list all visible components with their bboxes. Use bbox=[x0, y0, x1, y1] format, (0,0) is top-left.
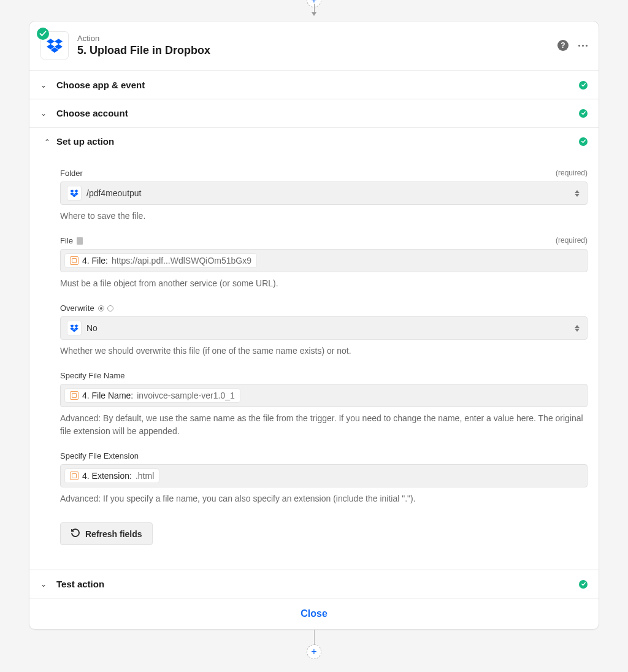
field-help: Advanced: If you specify a file name, yo… bbox=[60, 492, 588, 505]
mapped-field-pill[interactable]: 4. File Name: invoivce-sample-ver1.0_1 bbox=[64, 388, 240, 403]
field-folder: Folder (required) /pdf4meoutput Where to… bbox=[60, 169, 588, 223]
field-label: Overwrite bbox=[60, 304, 94, 313]
field-help: Where to save the file. bbox=[60, 210, 588, 223]
help-icon[interactable]: ? bbox=[557, 40, 569, 51]
field-label: Specify File Extension bbox=[60, 451, 139, 460]
field-specify-file-name: Specify File Name 4. File Name: invoivce… bbox=[60, 371, 588, 438]
step-type-label: Action bbox=[77, 34, 557, 43]
field-overwrite: Overwrite No Whether we should overwrite… bbox=[60, 304, 588, 357]
overwrite-value: No bbox=[86, 323, 98, 333]
section-test-action[interactable]: ⌄ Test action bbox=[29, 570, 599, 598]
file-input[interactable]: 4. File: https://api.pdf...WdlSWQiOm51bG… bbox=[60, 249, 588, 272]
dropbox-mini-icon bbox=[67, 186, 82, 200]
chevron-down-icon: ⌄ bbox=[40, 109, 50, 118]
section-setup-action[interactable]: ⌄ Set up action bbox=[29, 127, 599, 155]
mapped-field-pill[interactable]: 4. File: https://api.pdf...WdlSWQiOm51bG… bbox=[64, 253, 257, 268]
status-complete-icon bbox=[579, 109, 588, 118]
status-complete-icon bbox=[579, 137, 588, 146]
field-specify-file-ext: Specify File Extension 4. Extension: .ht… bbox=[60, 451, 588, 505]
required-label: (required) bbox=[556, 169, 588, 178]
folder-select[interactable]: /pdf4meoutput bbox=[60, 181, 588, 205]
folder-value: /pdf4meoutput bbox=[86, 188, 142, 198]
chevron-up-icon: ⌄ bbox=[40, 137, 50, 146]
select-caret-icon bbox=[575, 190, 580, 197]
file-type-icon bbox=[77, 237, 83, 245]
boolean-indicator-icon bbox=[98, 305, 113, 311]
file-ext-input[interactable]: 4. Extension: .html bbox=[60, 464, 588, 487]
pill-source-icon bbox=[70, 391, 78, 400]
section-choose-app[interactable]: ⌄ Choose app & event bbox=[29, 71, 599, 99]
field-label: Folder bbox=[60, 169, 83, 178]
refresh-icon bbox=[71, 528, 80, 540]
add-step-button-bottom[interactable]: + bbox=[307, 644, 321, 659]
connector-top: + bbox=[29, 0, 599, 21]
status-complete-icon bbox=[579, 580, 588, 589]
step-card: Action 5. Upload File in Dropbox ? ⌄ Cho… bbox=[29, 21, 599, 630]
pill-source-icon bbox=[70, 256, 78, 265]
field-label: Specify File Name bbox=[60, 371, 124, 380]
chevron-down-icon: ⌄ bbox=[40, 81, 50, 90]
dropbox-mini-icon bbox=[67, 321, 82, 335]
section-choose-account[interactable]: ⌄ Choose account bbox=[29, 99, 599, 127]
file-name-input[interactable]: 4. File Name: invoivce-sample-ver1.0_1 bbox=[60, 384, 588, 407]
step-header: Action 5. Upload File in Dropbox ? bbox=[29, 21, 599, 71]
close-footer: Close bbox=[29, 598, 599, 629]
refresh-fields-button[interactable]: Refresh fields bbox=[60, 522, 153, 545]
field-file: File (required) 4. File: https://api.pdf… bbox=[60, 236, 588, 290]
field-help: Must be a file object from another servi… bbox=[60, 277, 588, 290]
field-help: Advanced: By default, we use the same na… bbox=[60, 412, 588, 438]
status-complete-icon bbox=[579, 81, 588, 90]
status-check-icon bbox=[37, 28, 49, 40]
required-label: (required) bbox=[556, 236, 588, 245]
field-help: Whether we should overwrite this file (i… bbox=[60, 345, 588, 357]
mapped-field-pill[interactable]: 4. Extension: .html bbox=[64, 468, 159, 483]
more-menu-icon[interactable] bbox=[578, 45, 588, 47]
field-label: File bbox=[60, 236, 73, 245]
pill-source-icon bbox=[70, 472, 78, 480]
overwrite-select[interactable]: No bbox=[60, 316, 588, 340]
select-caret-icon bbox=[575, 325, 580, 332]
chevron-down-icon: ⌄ bbox=[40, 580, 50, 589]
close-button[interactable]: Close bbox=[301, 608, 327, 619]
connector-bottom: + bbox=[29, 630, 599, 654]
step-title: 5. Upload File in Dropbox bbox=[77, 44, 557, 57]
setup-action-body: Folder (required) /pdf4meoutput Where to… bbox=[29, 169, 599, 570]
